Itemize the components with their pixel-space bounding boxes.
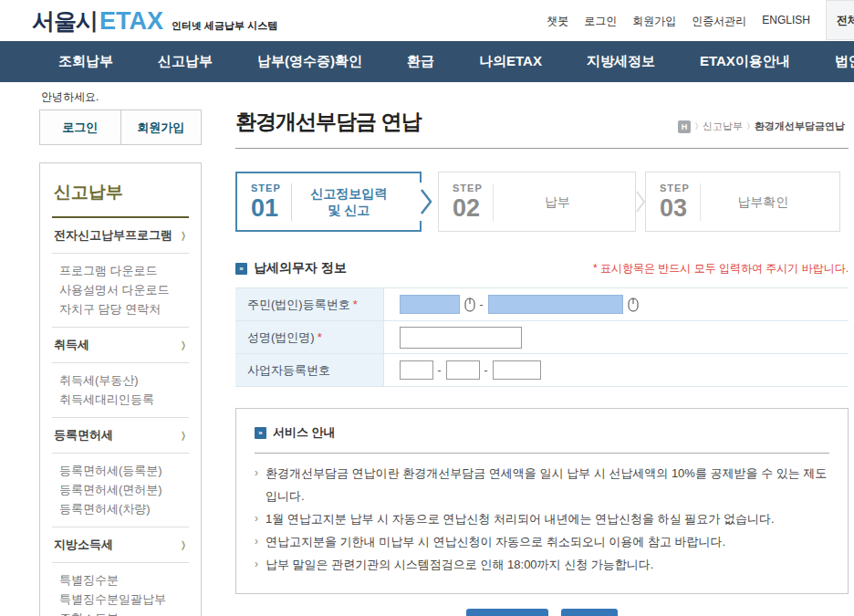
sidebar-section-label: 등록면허세 bbox=[54, 427, 113, 444]
logo-tagline: 인터넷 세금납부 시스템 bbox=[172, 19, 277, 33]
sidebar-item-special-collection[interactable]: 특별징수분 bbox=[59, 570, 187, 590]
sidebar-section-label: 취득세 bbox=[54, 337, 89, 353]
chevron-right-icon: 〉 bbox=[182, 339, 185, 351]
notice-arrow-icon: » bbox=[255, 427, 266, 439]
signup-link[interactable]: 회원가입 bbox=[632, 14, 676, 29]
sidebar-item-reg-license-vehicle[interactable]: 등록면허세(차량) bbox=[59, 499, 187, 518]
regno-label: 주민(법인)등록번호* bbox=[235, 288, 383, 321]
step-arrow-icon bbox=[414, 183, 432, 221]
main-content: 환경개선부담금 연납 H 〉 신고납부 〉 환경개선부담금연납 STEP 01 … bbox=[235, 108, 849, 616]
step-number: 02 bbox=[453, 196, 483, 221]
step-label: 납부확인 bbox=[701, 193, 826, 210]
global-nav: 조회납부 신고납부 납부(영수증)확인 환급 나의ETAX 지방세정보 ETAX… bbox=[0, 41, 854, 82]
auth-box: 로그인 회원가입 bbox=[39, 110, 202, 145]
notice-title: 서비스 안내 bbox=[273, 424, 336, 441]
nav-refund[interactable]: 환급 bbox=[407, 53, 434, 70]
cancel-button[interactable]: 취소 bbox=[561, 609, 618, 616]
taxpayer-form: 주민(법인)등록번호* - 성명(법인명)* bbox=[235, 287, 849, 387]
breadcrumb: H 〉 신고납부 〉 환경개선부담금연납 bbox=[678, 120, 845, 133]
nav-report-pay[interactable]: 신고납부 bbox=[158, 53, 213, 70]
step-number: 03 bbox=[660, 196, 690, 221]
dash-separator: - bbox=[480, 298, 484, 311]
service-notice-box: » 서비스 안내 › 환경개선부담금 연납이란 환경개선부담금 연세액을 일시 … bbox=[235, 408, 849, 594]
bullet-icon: › bbox=[255, 462, 258, 507]
nav-my-etax[interactable]: 나의ETAX bbox=[479, 53, 542, 70]
name-input[interactable] bbox=[400, 327, 522, 349]
mouse-keypad-icon[interactable] bbox=[628, 298, 639, 312]
english-link[interactable]: ENGLISH bbox=[762, 14, 810, 29]
nav-receipt-check[interactable]: 납부(영수증)확인 bbox=[257, 53, 362, 70]
name-label: 성명(법인명)* bbox=[235, 321, 383, 354]
breadcrumb-separator: 〉 bbox=[695, 121, 698, 131]
bullet-icon: › bbox=[255, 530, 258, 553]
bullet-icon: › bbox=[255, 553, 258, 576]
sidebar-item-comprehensive-income[interactable]: 종합소득분 bbox=[59, 609, 187, 616]
step-tag: STEP bbox=[660, 183, 690, 193]
table-row: 주민(법인)등록번호* - bbox=[235, 288, 849, 321]
regno-front-input[interactable] bbox=[400, 295, 460, 314]
nav-local-tax-info[interactable]: 지방세정보 bbox=[587, 53, 655, 70]
bizno-part1-input[interactable] bbox=[400, 360, 433, 380]
sidebar-item-special-collection-bulk[interactable]: 특별징수분일괄납부 bbox=[59, 590, 187, 609]
sidebar-item-registration-license-tax[interactable]: 등록면허세 〉 bbox=[52, 418, 189, 453]
sidebar-item-acquisition-realestate[interactable]: 취득세(부동산) bbox=[59, 371, 187, 390]
login-button[interactable]: 로그인 bbox=[40, 110, 120, 144]
step-number: 01 bbox=[251, 196, 281, 221]
sidebar-group: 특별징수분 특별징수분일괄납부 종합소득분 양도소득분 법인세분(2013년이전… bbox=[52, 562, 189, 616]
breadcrumb-separator: 〉 bbox=[747, 121, 750, 131]
sidebar-item-manual-download[interactable]: 사용설명서 다운로드 bbox=[59, 280, 187, 299]
notice-divider bbox=[255, 453, 829, 454]
step-label: 납부 bbox=[494, 193, 621, 210]
bizno-part3-input[interactable] bbox=[493, 360, 541, 380]
certificate-link[interactable]: 인증서관리 bbox=[692, 14, 746, 29]
nav-inquiry-pay[interactable]: 조회납부 bbox=[58, 53, 113, 70]
logo-brand: ETAX bbox=[99, 7, 163, 36]
submit-report-button[interactable]: 신고하기 bbox=[466, 609, 548, 616]
sidebar-menu-title: 신고납부 bbox=[52, 175, 189, 218]
table-row: 성명(법인명)* bbox=[235, 321, 849, 354]
sidebar-item-reg-license-registration[interactable]: 등록면허세(등록분) bbox=[59, 461, 187, 480]
section-title: 납세의무자 정보 bbox=[254, 260, 347, 277]
bizno-label: 사업자등록번호 bbox=[235, 354, 383, 387]
breadcrumb-report-pay[interactable]: 신고납부 bbox=[703, 120, 743, 133]
chevron-right-icon: 〉 bbox=[182, 430, 185, 442]
bizno-part2-input[interactable] bbox=[446, 360, 480, 380]
site-logo[interactable]: 서울시 ETAX 인터넷 세금납부 시스템 bbox=[32, 6, 277, 37]
sidebar-item-district-contacts[interactable]: 자치구 담당 연락처 bbox=[59, 299, 187, 318]
step-1-current: STEP 01 신고정보입력 및 신고 bbox=[235, 172, 422, 232]
chevron-right-icon: 〉 bbox=[182, 230, 185, 242]
notice-item: › 연납고지분을 기한내 미납부 시 연납신청이 자동으로 취소되오니 이용에 … bbox=[255, 530, 829, 553]
signup-button[interactable]: 회원가입 bbox=[120, 110, 202, 144]
step-3: STEP 03 납부확인 bbox=[645, 172, 840, 232]
sidebar-item-program-download[interactable]: 프로그램 다운로드 bbox=[59, 261, 187, 280]
all-menu-button[interactable]: 전체메뉴 bbox=[826, 0, 854, 40]
breadcrumb-current: 환경개선부담금연납 bbox=[755, 120, 845, 133]
chatbot-link[interactable]: 챗봇 bbox=[547, 14, 568, 29]
sidebar-section-label: 전자신고납부프로그램 bbox=[54, 227, 172, 244]
sidebar-group: 프로그램 다운로드 사용설명서 다운로드 자치구 담당 연락처 bbox=[52, 253, 189, 328]
mouse-keypad-icon[interactable] bbox=[464, 298, 475, 312]
notice-item: › 납부 말일은 관련기관의 시스템점검으로 인해 18:00까지 신청 가능합… bbox=[255, 553, 829, 576]
sidebar-group: 취득세(부동산) 취득세대리인등록 bbox=[52, 362, 189, 418]
dash-separator: - bbox=[438, 364, 442, 377]
home-icon[interactable]: H bbox=[678, 120, 691, 133]
logo-city: 서울시 bbox=[32, 6, 98, 37]
step-label: 신고정보입력 및 신고 bbox=[292, 185, 406, 218]
sidebar-item-acquisition-tax[interactable]: 취득세 〉 bbox=[52, 328, 189, 362]
required-note: * 표시항목은 반드시 모두 입력하여 주시기 바랍니다. bbox=[593, 261, 849, 277]
regno-back-input[interactable] bbox=[488, 295, 623, 314]
section-arrow-icon: » bbox=[235, 263, 247, 275]
nav-etax-guide[interactable]: ETAX이용안내 bbox=[700, 53, 790, 70]
sidebar-item-reg-license-license[interactable]: 등록면허세(면허분) bbox=[59, 480, 187, 499]
bullet-icon: › bbox=[255, 507, 258, 530]
sidebar-item-acquisition-agent[interactable]: 취득세대리인등록 bbox=[59, 390, 187, 409]
notice-item: › 환경개선부담금 연납이란 환경개선부담금 연세액을 일시 납부 시 선납세액… bbox=[255, 462, 829, 507]
nav-corporate-tax[interactable]: 법인세무서비스 bbox=[835, 53, 854, 70]
greeting-text: 안녕하세요. bbox=[41, 89, 99, 105]
sidebar-section-label: 지방소득세 bbox=[54, 537, 113, 553]
notice-item: › 1월 연납고지분 납부 시 자동으로 연납신청 처리되어 내년에는 연납신청… bbox=[255, 507, 829, 530]
login-link[interactable]: 로그인 bbox=[584, 14, 617, 29]
sidebar-item-local-income-tax[interactable]: 지방소득세 〉 bbox=[52, 527, 189, 562]
sidebar-menu: 신고납부 전자신고납부프로그램 〉 프로그램 다운로드 사용설명서 다운로드 자… bbox=[39, 162, 202, 616]
sidebar-item-e-filing-program[interactable]: 전자신고납부프로그램 〉 bbox=[52, 218, 189, 253]
